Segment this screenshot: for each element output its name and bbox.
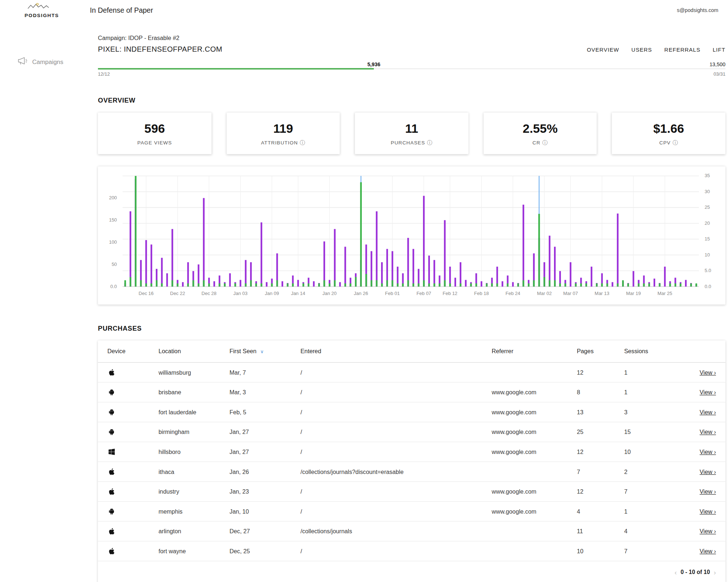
cell-entered: / xyxy=(301,548,492,554)
svg-text:Mar 13: Mar 13 xyxy=(595,291,609,296)
svg-text:Feb 07: Feb 07 xyxy=(416,291,431,296)
android-icon xyxy=(107,428,158,436)
col-sessions[interactable]: Sessions xyxy=(624,348,676,355)
apple-icon xyxy=(107,547,158,555)
view-link[interactable]: View › xyxy=(700,449,716,455)
cell-first-seen: Jan, 27 xyxy=(230,449,301,455)
view-link[interactable]: View › xyxy=(700,428,716,435)
sidebar-item-campaigns[interactable]: Campaigns xyxy=(0,22,87,67)
svg-text:Dec 16: Dec 16 xyxy=(139,291,154,296)
cell-first-seen: Feb, 5 xyxy=(230,409,301,415)
cell-location: ithaca xyxy=(158,469,229,475)
cell-pages: 7 xyxy=(577,469,624,475)
pagination: ‹ 0 - 10 of 10 › xyxy=(98,561,725,582)
svg-text:Jan 14: Jan 14 xyxy=(291,291,305,296)
account-email[interactable]: s@podsights.com xyxy=(677,7,719,13)
svg-text:Jan 26: Jan 26 xyxy=(354,291,368,296)
cell-entered: / xyxy=(301,508,492,515)
apple-icon xyxy=(107,468,158,475)
cell-pages: 25 xyxy=(577,428,624,435)
cell-first-seen: Mar, 3 xyxy=(230,389,301,395)
info-icon[interactable]: ⓘ xyxy=(542,140,548,145)
cell-location: industry xyxy=(158,488,229,495)
table-row: ithaca Jan, 26 /collections/journals?dis… xyxy=(98,462,725,482)
android-icon xyxy=(107,389,158,396)
cell-referrer: www.google.com xyxy=(492,409,577,415)
svg-text:5.0: 5.0 xyxy=(705,268,711,273)
info-icon[interactable]: ⓘ xyxy=(427,140,432,145)
cell-referrer: www.google.com xyxy=(492,389,577,395)
cell-sessions: 1 xyxy=(624,389,676,395)
tab-users[interactable]: USERS xyxy=(632,47,652,53)
view-link[interactable]: View › xyxy=(700,548,716,554)
pagination-label: 0 - 10 of 10 xyxy=(681,569,710,575)
info-icon[interactable]: ⓘ xyxy=(300,140,305,145)
svg-text:Mar 02: Mar 02 xyxy=(537,291,551,296)
sidebar-item-label: Campaigns xyxy=(32,58,63,65)
svg-text:10: 10 xyxy=(705,252,710,258)
tab-lift[interactable]: LIFT xyxy=(713,47,725,53)
cell-location: birmingham xyxy=(158,428,229,435)
svg-text:200: 200 xyxy=(109,195,117,200)
cell-sessions: 10 xyxy=(624,449,676,455)
tab-referrals[interactable]: REFERRALS xyxy=(664,47,700,53)
main-content: Campaign: IDOP - Erasable #2 PIXEL: INDE… xyxy=(98,35,725,582)
col-location[interactable]: Location xyxy=(158,348,229,355)
cell-pages: 11 xyxy=(577,528,624,534)
table-row: birmingham Jan, 27 / www.google.com 25 1… xyxy=(98,422,725,442)
stat-card-attribution: 119 ATTRIBUTIONⓘ xyxy=(226,112,340,154)
table-row: fort wayne Dec, 25 / 10 7 View › xyxy=(98,542,725,562)
col-device[interactable]: Device xyxy=(107,348,158,355)
svg-text:150: 150 xyxy=(109,217,117,223)
cell-pages: 12 xyxy=(577,488,624,495)
view-link[interactable]: View › xyxy=(700,409,716,415)
svg-text:Jan 03: Jan 03 xyxy=(233,291,248,296)
android-icon xyxy=(107,408,158,416)
cell-sessions: 2 xyxy=(624,469,676,475)
cell-sessions: 1 xyxy=(624,508,676,515)
tab-overview[interactable]: OVERVIEW xyxy=(587,47,619,53)
cell-entered: /collections/journals?discount=erasable xyxy=(301,469,492,475)
svg-text:Dec 22: Dec 22 xyxy=(170,291,185,296)
cell-location: fort lauderdale xyxy=(158,409,229,415)
view-link[interactable]: View › xyxy=(700,469,716,475)
sort-down-icon[interactable]: ∨ xyxy=(260,349,264,354)
overview-chart-svg: 0.05.01015202530350.050100150200Dec 16De… xyxy=(98,167,725,305)
info-icon[interactable]: ⓘ xyxy=(673,140,678,145)
cell-first-seen: Mar, 7 xyxy=(230,369,301,376)
progress-end-date: 03/31 xyxy=(713,71,725,76)
cell-sessions: 4 xyxy=(624,528,676,534)
pagination-prev-icon[interactable]: ‹ xyxy=(674,569,677,576)
overview-chart: 0.05.01015202530350.050100150200Dec 16De… xyxy=(98,167,725,305)
stat-card-purchases: 11 PURCHASESⓘ xyxy=(355,112,468,154)
page-title: In Defense of Paper xyxy=(90,6,153,14)
cell-location: fort wayne xyxy=(158,548,229,554)
svg-text:100: 100 xyxy=(109,239,117,245)
view-link[interactable]: View › xyxy=(700,488,716,495)
svg-text:30: 30 xyxy=(705,189,710,194)
android-icon xyxy=(107,508,158,515)
view-link[interactable]: View › xyxy=(700,369,716,376)
svg-text:Feb 01: Feb 01 xyxy=(385,291,400,296)
col-entered[interactable]: Entered xyxy=(301,348,492,355)
col-first-seen[interactable]: First Seen∨ xyxy=(230,348,301,355)
table-row: industry Jan, 23 / www.google.com 12 7 V… xyxy=(98,482,725,502)
cell-location: williamsburg xyxy=(158,369,229,376)
view-link[interactable]: View › xyxy=(700,508,716,515)
megaphone-icon xyxy=(17,57,28,67)
podsights-logo[interactable]: PODSIGHTS xyxy=(25,3,59,18)
view-link[interactable]: View › xyxy=(700,528,716,534)
col-pages[interactable]: Pages xyxy=(577,348,624,355)
cell-pages: 12 xyxy=(577,449,624,455)
view-link[interactable]: View › xyxy=(700,389,716,395)
pixel-label: PIXEL: INDEFENSEOFPAPER.COM xyxy=(98,45,222,53)
apple-icon xyxy=(107,369,158,376)
cell-referrer: www.google.com xyxy=(492,449,577,455)
cell-location: arlington xyxy=(158,528,229,534)
overview-heading: OVERVIEW xyxy=(98,96,725,104)
col-referrer[interactable]: Referrer xyxy=(492,348,577,355)
cell-referrer: www.google.com xyxy=(492,488,577,495)
pagination-next-icon[interactable]: › xyxy=(714,569,716,576)
cell-referrer: www.google.com xyxy=(492,508,577,515)
cell-pages: 10 xyxy=(577,548,624,554)
